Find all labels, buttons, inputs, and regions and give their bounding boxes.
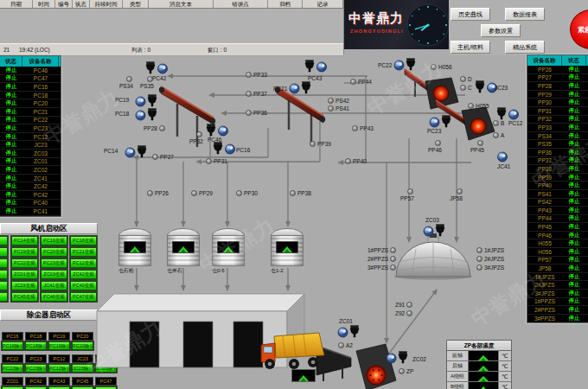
fan-hopper-icon — [337, 324, 361, 340]
indicator-dot — [390, 247, 396, 253]
equipment-unit-icon[interactable] — [125, 144, 148, 163]
indicator-dot — [328, 98, 334, 104]
diagram-label-text: PC23 — [427, 128, 441, 134]
diagram-label-text: PC46 — [208, 137, 221, 143]
equipment-unit-icon[interactable] — [393, 57, 417, 76]
diagram-label-text: PP38 — [297, 190, 311, 196]
indicator-dot — [350, 79, 356, 85]
diagram-label: PC42 — [152, 75, 166, 81]
diagram-label: PC22 — [378, 62, 392, 68]
indicator-dot — [493, 132, 499, 138]
diagram-label-text: A2 — [346, 342, 353, 348]
diagram-label: 2#PPZS — [368, 256, 396, 262]
diagram-label: PP39 — [310, 141, 331, 147]
diagram-label: PS34 — [119, 76, 133, 89]
diagram-label: PC16 — [236, 147, 250, 153]
fan-hopper-icon — [304, 59, 328, 74]
diagram-label: PP46 — [428, 140, 442, 153]
indicator-dot — [126, 76, 132, 82]
indicator-dot — [476, 265, 483, 271]
diagram-label-text: PS42 — [336, 98, 349, 104]
indicator-dot — [406, 302, 412, 308]
diagram-label: 2#JPZS — [476, 256, 504, 262]
diagram-label: D — [460, 76, 472, 82]
diagram-label: PP28 — [144, 125, 165, 131]
indicator-dot — [476, 247, 483, 253]
indicator-dot — [147, 190, 153, 196]
diagram-label-text: D — [468, 76, 472, 82]
diagram-label-text: ZC01 — [339, 318, 353, 324]
indicator-dot — [159, 125, 165, 131]
diagram-label: PC43 — [308, 75, 322, 81]
diagram-label: PP36 — [246, 110, 267, 116]
diagram-label-text: PP37 — [253, 91, 267, 97]
diagram-label-text: PP30 — [244, 190, 258, 196]
diagram-label-text: PC21 — [273, 86, 287, 92]
diagram-label-text: PP44 — [358, 79, 372, 85]
diagram-label: PS41 — [328, 105, 349, 112]
diagram-label: A2 — [338, 342, 353, 348]
diagram-label: 3#PPZS — [368, 265, 396, 271]
diagram-label: C — [460, 85, 472, 91]
diagram-label-text: 2#PPZS — [368, 256, 388, 262]
diagram-label-text: 1#JPZS — [484, 247, 504, 253]
diagram-label: PS42 — [328, 98, 349, 104]
diagram-label-text: Z92 — [395, 310, 405, 316]
indicator-dot — [290, 190, 296, 196]
equipment-unit-icon[interactable] — [386, 350, 409, 369]
scada-screen: 日期时间编号状态持续时间类型消息文本错误点归档记录 21 19:42 (LOC)… — [0, 0, 588, 389]
equipment-unit-icon[interactable] — [337, 324, 361, 343]
diagram-label: PC23 — [427, 128, 441, 134]
diagram-label-text: PP39 — [317, 141, 331, 147]
equipment-unit-icon[interactable] — [289, 80, 312, 99]
diagram-label: PC19 — [115, 97, 129, 103]
diagram-label-text: PC43 — [308, 75, 322, 81]
indicator-dot — [460, 76, 466, 82]
shed-door — [233, 322, 263, 367]
indicator-dot — [147, 76, 153, 82]
diagram-label: Z92 — [395, 310, 412, 316]
diagram-label-text: PC22 — [378, 62, 392, 68]
indicator-dot — [431, 64, 437, 70]
indicator-dot — [457, 188, 463, 194]
equipment-unit-icon[interactable] — [135, 107, 158, 126]
indicator-dot — [460, 85, 466, 91]
diagram-label-text: ZP — [406, 368, 413, 374]
diagram-label-text: 3#PPZS — [368, 265, 388, 271]
indicator-dot — [477, 140, 483, 146]
diagram-label: PP57 — [400, 188, 414, 201]
diagram-label-text: PP27 — [160, 154, 174, 160]
indicator-dot — [407, 188, 413, 194]
diagram-label-text: PC42 — [152, 75, 166, 81]
diagram-label: PP37 — [246, 91, 267, 97]
diagram-label-text: ZC03 — [425, 217, 439, 223]
indicator-dot — [328, 105, 334, 112]
diagram-label-text: ZC02 — [412, 356, 426, 362]
diagram-label: PP32 — [189, 131, 203, 144]
diagram-label-text: PP31 — [214, 158, 227, 164]
diagram-label-text: PC12 — [508, 120, 522, 126]
diagram-label: 1#PPZS — [368, 247, 396, 253]
diagram-label: ZC02 — [412, 356, 426, 362]
fan-hopper-icon — [393, 57, 417, 73]
equipment-unit-icon[interactable] — [423, 223, 446, 242]
diagram-label-text: B — [501, 120, 504, 126]
indicator-dot — [206, 158, 212, 164]
equipment-unit-icon[interactable] — [213, 141, 236, 160]
diagram-label: PP43 — [352, 125, 374, 131]
diagram-label: PP33 — [246, 72, 267, 78]
diagram-label: H055 — [468, 103, 489, 109]
fan-hopper-icon — [125, 144, 148, 160]
indicator-dot — [390, 265, 396, 271]
diagram-label-text: PP45 — [470, 147, 484, 153]
indicator-dot — [406, 310, 412, 316]
diagram-label: H056 — [431, 64, 452, 70]
diagram-label: PP26 — [147, 190, 169, 196]
fan-hopper-icon — [135, 107, 158, 123]
diagram-label-text: PC18 — [115, 111, 129, 117]
diagram-label-text: PP28 — [144, 125, 157, 131]
diagram-label: JC41 — [497, 163, 510, 169]
diagram-label: PP38 — [290, 190, 311, 196]
fan-hopper-icon — [213, 141, 236, 156]
diagram-label-text: PC14 — [104, 148, 118, 154]
